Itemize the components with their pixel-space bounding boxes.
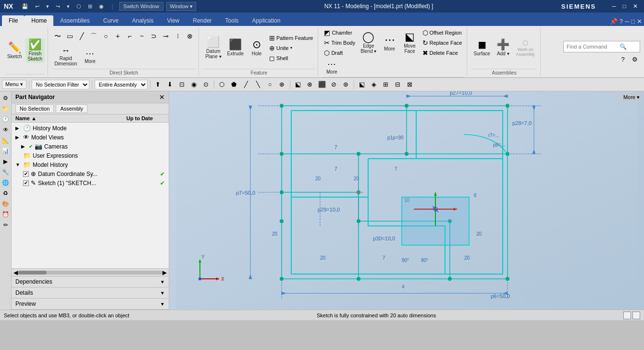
horizontal-scrollbar[interactable] [18, 271, 162, 275]
history-mode-expand[interactable]: ▶ [15, 125, 21, 131]
redo-arrow-icon[interactable]: ▾ [65, 2, 72, 11]
ls-icon-edit[interactable]: ✏ [1, 220, 11, 230]
pattern-button[interactable]: ⁝ [172, 32, 184, 40]
model-history-expand[interactable]: ▼ [15, 162, 21, 167]
offset-curve-button[interactable]: ⊃ [148, 32, 160, 40]
surface-button[interactable]: ◼ Surface [471, 38, 492, 58]
col-sort-icon[interactable]: ▲ [31, 115, 37, 121]
close-button[interactable]: ✕ [631, 2, 640, 11]
tb2-icon-6[interactable]: ⬡ [217, 79, 227, 90]
tab-application[interactable]: Application [246, 15, 287, 26]
toolbar-icon1[interactable]: ⬡ [74, 2, 83, 11]
selection-filter-select[interactable]: No Selection Filter [32, 80, 89, 89]
tb2-icon-12[interactable]: ⬕ [293, 79, 303, 90]
assembly-tab[interactable]: Assembly [56, 104, 87, 113]
ls-icon-motion[interactable]: ▶ [1, 157, 11, 166]
maximize-button[interactable]: □ [620, 2, 629, 11]
ls-icon-clock[interactable]: ⏰ [1, 210, 11, 219]
ls-icon-analysis[interactable]: 📊 [1, 146, 11, 156]
ls-icon-reuse[interactable]: ♻ [1, 188, 11, 198]
circle-button[interactable]: ○ [100, 32, 111, 40]
window-button[interactable]: Window ▾ [166, 2, 196, 11]
help-icon[interactable]: ? [618, 54, 628, 65]
scroll-right-btn[interactable]: ▶ [162, 269, 167, 276]
more-sync2-button[interactable]: ⋯ More [322, 58, 341, 76]
tb2-icon-4[interactable]: ◉ [189, 79, 199, 90]
redo-icon[interactable]: ↪ [54, 2, 62, 11]
part-navigator-scrollbar[interactable]: ◀ ▶ [12, 268, 169, 276]
pattern-feature-button[interactable]: ⊞ Pattern Feature [267, 33, 315, 43]
ribbon-restore-icon[interactable]: □ [631, 18, 635, 25]
tree-item-model-history[interactable]: ▼ 📁 Model History [12, 160, 169, 169]
plus-button[interactable]: + [112, 32, 124, 40]
constraint-button[interactable]: ⊗ [184, 32, 196, 40]
more-sync-button[interactable]: ⋯ More [380, 33, 399, 53]
ls-icon-history[interactable]: 🕐 [1, 114, 11, 124]
tab-tools[interactable]: Tools [219, 15, 246, 26]
edge-blend-button[interactable]: ◯ EdgeBlend ▾ [358, 30, 379, 55]
ribbon-help-icon[interactable]: ? [619, 18, 623, 25]
tree-item-cameras[interactable]: ▶ ✔ 📷 Cameras [12, 142, 169, 151]
delete-face-button[interactable]: ✖ Delete Face [421, 48, 464, 58]
switch-window-button[interactable]: Switch Window [119, 2, 164, 11]
tb2-icon-9[interactable]: ╲ [253, 79, 263, 90]
tb2-icon-10[interactable]: ○ [265, 79, 275, 90]
arc-button[interactable]: ⌒ [88, 32, 99, 40]
ls-icon-palette[interactable]: 🎨 [1, 199, 11, 209]
ls-icon-measure[interactable]: 📐 [1, 136, 11, 145]
spline-button[interactable]: ~ [136, 32, 148, 40]
tab-analysis[interactable]: Analysis [125, 15, 161, 26]
finish-sketch-button[interactable]: ✅ FinishSketch [25, 38, 45, 63]
ls-icon-network[interactable]: 🌐 [1, 178, 11, 188]
tb2-icon-7[interactable]: ⬟ [229, 79, 239, 90]
tb2-icon-21[interactable]: ⊠ [405, 79, 415, 90]
cameras-expand[interactable]: ▶ [21, 144, 27, 149]
viewport[interactable]: p27=10,0 p28=7,0 p6=50,0 p7=50,0 p29=10,… [169, 91, 644, 310]
tb2-icon-11[interactable]: ⊕ [277, 79, 287, 90]
tb2-icon-13[interactable]: ⊗ [305, 79, 315, 90]
tb2-icon-17[interactable]: ⬕ [357, 79, 367, 90]
rapid-dimension-button[interactable]: ↔ RapidDimension [52, 45, 79, 68]
tb2-icon-8[interactable]: ╱ [241, 79, 251, 90]
ls-icon-view[interactable]: 👁 [1, 125, 11, 135]
tb2-icon-16[interactable]: ⊛ [341, 79, 351, 90]
tb2-icon-19[interactable]: ⊞ [381, 79, 391, 90]
ls-icon-cam[interactable]: 🔧 [1, 167, 11, 177]
tab-file[interactable]: File [2, 15, 25, 26]
undo-icon[interactable]: ↩ [33, 2, 41, 11]
toolbar-icon2[interactable]: ⊞ [86, 2, 94, 11]
assembly-scope-select[interactable]: Entire Assembly [95, 80, 148, 89]
hole-button[interactable]: ⊙ Hole [247, 38, 266, 58]
save-icon[interactable]: 💾 [20, 2, 30, 11]
fillet-button[interactable]: ⌐ [124, 32, 136, 40]
sketch-button[interactable]: ✏️ Sketch [5, 41, 25, 61]
sketch1-checkbox[interactable]: ✔ [23, 180, 29, 186]
model-views-expand[interactable]: ▶ [15, 135, 21, 140]
tb2-icon-1[interactable]: ⬆ [153, 79, 163, 90]
tree-item-history-mode[interactable]: ▶ 🕐 History Mode [12, 124, 169, 133]
more-sketch-button[interactable]: ⋯ More [80, 48, 99, 65]
draft-button[interactable]: ⬡ Draft [322, 48, 357, 58]
tree-item-sketch1[interactable]: ✔ ✎ Sketch (1) "SKETCH... ✔ [12, 178, 169, 188]
tb2-icon-18[interactable]: ◈ [369, 79, 379, 90]
viewport-more-button[interactable]: More ▾ [621, 93, 642, 101]
tab-home[interactable]: Home [25, 15, 53, 26]
trim-body-button[interactable]: ✂ Trim Body [322, 38, 357, 48]
offset-region-button[interactable]: ⬡ Offset Region [421, 28, 464, 38]
undo-arrow-icon[interactable]: ▾ [44, 2, 51, 11]
unite-button[interactable]: ⊕ Unite ▾ [267, 43, 315, 53]
extrude-button[interactable]: ⬛ Extrude [225, 38, 246, 58]
scroll-left-btn[interactable]: ◀ [13, 269, 18, 276]
rectangle-button[interactable]: ▭ [64, 32, 75, 40]
ls-icon-settings[interactable]: ⚙ [1, 93, 11, 103]
add-button[interactable]: ➕ Add ▾ [494, 38, 513, 58]
dependencies-section[interactable]: Dependencies ▼ [12, 276, 169, 288]
shell-button[interactable]: ◻ Shell [267, 53, 315, 63]
tb2-icon-14[interactable]: ⬛ [317, 79, 327, 90]
settings-icon[interactable]: ⚙ [630, 54, 640, 65]
tree-item-model-views[interactable]: ▶ 👁 Model Views [12, 133, 169, 142]
chamfer-button[interactable]: ◩ Chamfer [322, 28, 357, 38]
tb2-icon-5[interactable]: ⊙ [201, 79, 211, 90]
ls-icon-resource[interactable]: 📁 [1, 104, 11, 113]
tb2-icon-2[interactable]: ⬇ [165, 79, 175, 90]
